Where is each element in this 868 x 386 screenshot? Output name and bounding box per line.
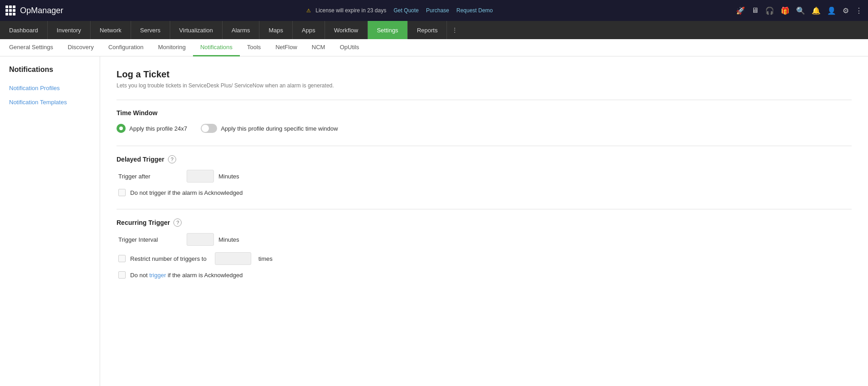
recurring-trigger-help-icon[interactable]: ?: [173, 218, 182, 227]
license-info: ⚠ License will expire in 23 days Get Quo…: [306, 7, 493, 14]
rocket-icon[interactable]: 🚀: [736, 6, 745, 15]
restrict-triggers-row: Restrict number of triggers to times: [117, 252, 852, 265]
radio-btn-24x7[interactable]: [117, 124, 126, 133]
nav-dashboard[interactable]: Dashboard: [0, 21, 48, 39]
recurring-trigger-header: Recurring Trigger ?: [117, 218, 852, 227]
search-icon[interactable]: 🔍: [796, 6, 805, 15]
trigger-interval-row: Trigger Interval Minutes: [117, 233, 852, 246]
support-icon[interactable]: 🎧: [765, 6, 774, 15]
radio-label-specific: Apply this profile during specific time …: [221, 125, 338, 132]
nav-inventory[interactable]: Inventory: [48, 21, 91, 39]
trigger-after-input[interactable]: [187, 170, 214, 183]
nav-settings[interactable]: Settings: [368, 21, 408, 39]
delayed-ack-checkbox[interactable]: [118, 189, 126, 196]
recurring-ack-checkbox[interactable]: [118, 271, 126, 279]
trigger-after-unit: Minutes: [218, 173, 239, 180]
nav-virtualization[interactable]: Virtualization: [170, 21, 223, 39]
radio-option-24x7[interactable]: Apply this profile 24x7: [117, 124, 187, 133]
delayed-trigger-header: Delayed Trigger ?: [117, 155, 852, 163]
request-demo-link[interactable]: Request Demo: [457, 7, 493, 14]
nav-alarms[interactable]: Alarms: [223, 21, 259, 39]
subnav-monitoring[interactable]: Monitoring: [151, 39, 193, 56]
sub-nav: General Settings Discovery Configuration…: [0, 39, 868, 56]
nav-more-dots[interactable]: ⋮: [447, 21, 462, 39]
settings-icon[interactable]: ⚙: [843, 6, 849, 15]
delayed-trigger-title: Delayed Trigger: [117, 156, 164, 163]
divider-1: [117, 100, 852, 100]
subnav-discovery[interactable]: Discovery: [61, 39, 101, 56]
recurring-ack-checkbox-row: Do not trigger if the alarm is Acknowled…: [117, 271, 852, 279]
sidebar-item-notification-profiles[interactable]: Notification Profiles: [0, 81, 100, 95]
nav-maps[interactable]: Maps: [259, 21, 293, 39]
license-icon: ⚠: [306, 8, 311, 14]
nav-apps[interactable]: Apps: [293, 21, 325, 39]
divider-3: [117, 209, 852, 209]
subnav-notifications[interactable]: Notifications: [193, 39, 240, 56]
main-content: Log a Ticket Lets you log trouble ticket…: [100, 56, 868, 386]
nav-network[interactable]: Network: [91, 21, 131, 39]
trigger-after-row: Trigger after Minutes: [117, 170, 852, 183]
nav-servers[interactable]: Servers: [131, 21, 170, 39]
subnav-general-settings[interactable]: General Settings: [2, 39, 61, 56]
gift-icon[interactable]: 🎁: [781, 6, 790, 15]
top-bar: OpManager ⚠ License will expire in 23 da…: [0, 0, 868, 21]
time-window-title: Time Window: [117, 109, 852, 117]
delayed-ack-checkbox-row: Do not trigger if the alarm is Acknowled…: [117, 189, 852, 196]
radio-option-specific[interactable]: Apply this profile during specific time …: [201, 124, 338, 133]
trigger-after-label: Trigger after: [118, 173, 182, 180]
nav-reports[interactable]: Reports: [408, 21, 447, 39]
restrict-triggers-checkbox[interactable]: [118, 255, 126, 262]
restrict-triggers-label-pre: Restrict number of triggers to: [130, 255, 207, 262]
trigger-interval-input[interactable]: [187, 233, 214, 246]
recurring-ack-label: Do not trigger if the alarm is Acknowled…: [130, 272, 243, 279]
get-quote-link[interactable]: Get Quote: [394, 7, 419, 14]
toggle-specific-time[interactable]: [201, 124, 217, 133]
recurring-trigger-title: Recurring Trigger: [117, 219, 170, 226]
nav-workflow[interactable]: Workflow: [325, 21, 368, 39]
subnav-netflow[interactable]: NetFlow: [268, 39, 305, 56]
time-window-radio-group: Apply this profile 24x7 Apply this profi…: [117, 124, 852, 133]
more-icon[interactable]: ⋮: [855, 6, 863, 15]
subnav-tools[interactable]: Tools: [240, 39, 268, 56]
time-window-section: Time Window Apply this profile 24x7 Appl…: [117, 109, 852, 133]
sidebar-title: Notifications: [0, 66, 100, 81]
main-nav: Dashboard Inventory Network Servers Virt…: [0, 21, 868, 39]
radio-label-24x7: Apply this profile 24x7: [129, 125, 187, 132]
restrict-triggers-input[interactable]: [215, 252, 251, 265]
user-icon[interactable]: 👤: [827, 6, 836, 15]
top-right-icons: 🚀 🖥 🎧 🎁 🔍 🔔 👤 ⚙ ⋮: [736, 6, 863, 15]
trigger-interval-label: Trigger Interval: [118, 236, 182, 243]
restrict-triggers-label-post: times: [259, 255, 273, 262]
bell-icon[interactable]: 🔔: [812, 6, 821, 15]
delayed-trigger-help-icon[interactable]: ?: [168, 155, 176, 163]
divider-2: [117, 146, 852, 146]
license-text: License will expire in 23 days: [315, 7, 386, 14]
purchase-link[interactable]: Purchase: [426, 7, 449, 14]
page-layout: Notifications Notification Profiles Noti…: [0, 56, 868, 386]
trigger-interval-unit: Minutes: [218, 236, 239, 243]
app-logo: OpManager: [20, 6, 63, 15]
monitor-icon[interactable]: 🖥: [751, 6, 759, 15]
sidebar-item-notification-templates[interactable]: Notification Templates: [0, 95, 100, 109]
grid-icon: [5, 5, 15, 15]
subnav-oputils[interactable]: OpUtils: [332, 39, 366, 56]
delayed-trigger-section: Delayed Trigger ? Trigger after Minutes …: [117, 155, 852, 196]
delayed-ack-label: Do not trigger if the alarm is Acknowled…: [130, 189, 243, 196]
sidebar: Notifications Notification Profiles Noti…: [0, 56, 100, 386]
subnav-configuration[interactable]: Configuration: [101, 39, 151, 56]
recurring-trigger-section: Recurring Trigger ? Trigger Interval Min…: [117, 218, 852, 279]
app-brand: OpManager: [5, 5, 63, 15]
page-subtitle: Lets you log trouble tickets in ServiceD…: [117, 82, 852, 89]
subnav-ncm[interactable]: NCM: [305, 39, 333, 56]
page-title: Log a Ticket: [117, 69, 852, 80]
app-name: OpManager: [20, 6, 63, 15]
